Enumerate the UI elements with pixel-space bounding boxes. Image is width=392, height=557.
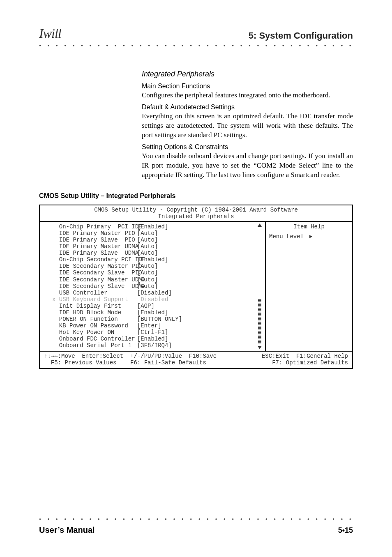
bios-setting-row: IDE HDD Block Mode[Enabled] xyxy=(52,309,263,316)
bios-setting-row: USB Controller[Disabled] xyxy=(52,290,263,296)
bios-scroll-indicator xyxy=(257,223,263,349)
bios-setting-row: Init Display First[AGP] xyxy=(52,303,263,309)
bios-setting-row: Hot Key Power ON[Ctrl-F1] xyxy=(52,329,263,336)
bios-setting-row: IDE Primary Master PIO[Auto] xyxy=(52,230,263,237)
utility-title: CMOS Setup Utility – Integrated Peripher… xyxy=(39,192,353,200)
bios-setting-row: IDE Secondary Master PIO[Auto] xyxy=(52,263,263,269)
section-heading-italic: Integrated Peripherals xyxy=(142,70,353,78)
bios-key-legend: ↑↓→←:Move Enter:Select +/-/PU/PD:Value F… xyxy=(40,351,352,368)
bios-setting-value: [Ctrl-F1] xyxy=(137,329,168,336)
brand-logo: Iwill xyxy=(39,26,61,41)
bios-setting-value: [Enabled] xyxy=(137,256,168,263)
keys-line2-right: F7: Optimized Defaults xyxy=(272,359,348,366)
bios-setting-value: [Auto] xyxy=(137,243,158,250)
bios-setting-value: [Auto] xyxy=(137,230,158,237)
bios-setting-value: [Enabled] xyxy=(137,336,168,342)
bios-setting-label: IDE Secondary Master PIO xyxy=(59,263,137,269)
keys-line2-left: F5: Previous Values F6: Fail-Safe Defaul… xyxy=(44,359,206,366)
bios-setting-label: USB Controller xyxy=(59,290,137,296)
bios-row-prefix xyxy=(52,322,59,329)
bios-setting-row: IDE Secondary Slave PIO[Auto] xyxy=(52,269,263,276)
bios-row-prefix xyxy=(52,329,59,336)
bios-setting-row: KB Power ON Password[Enter] xyxy=(52,322,263,329)
bios-setting-label: IDE Primary Slave PIO xyxy=(59,237,137,243)
bios-row-prefix xyxy=(52,223,59,230)
bios-row-prefix xyxy=(52,303,59,309)
bios-setting-row: Onboard FDC Controller[Enabled] xyxy=(52,336,263,342)
footer-dots: • • • • • • • • • • • • • • • • • • • • … xyxy=(39,516,353,523)
bios-row-prefix xyxy=(52,342,59,349)
bios-row-prefix xyxy=(52,230,59,237)
arrow-right-icon xyxy=(309,235,312,238)
logo-text: Iwill xyxy=(39,26,61,41)
bios-row-prefix xyxy=(52,256,59,263)
bios-setting-label: USB Keyboard Support xyxy=(59,296,137,303)
bios-setting-value: Disabled xyxy=(137,296,168,303)
page-header: Iwill 5: System Configuration xyxy=(39,16,353,41)
bios-row-prefix xyxy=(52,269,59,276)
header-dots: • • • • • • • • • • • • • • • • • • • • … xyxy=(39,43,353,49)
bios-setting-row: POWER ON Function[BUTTON ONLY] xyxy=(52,316,263,322)
bios-setting-value: [Enabled] xyxy=(137,309,168,316)
bios-setting-value: [Auto] xyxy=(137,269,158,276)
bios-setting-row: Onboard Serial Port 1[3F8/IRQ4] xyxy=(52,342,263,349)
subheading-options-constraints: Setting Options & Constraints xyxy=(142,143,353,151)
bios-setting-value: [Auto] xyxy=(137,276,158,283)
bios-setting-label: Onboard FDC Controller xyxy=(59,336,137,342)
bios-subtitle-line: Integrated Peripherals xyxy=(40,213,352,221)
bios-row-prefix: x xyxy=(52,296,59,303)
bios-setting-row: IDE Primary Slave UDMA[Auto] xyxy=(52,250,263,256)
page-footer: • • • • • • • • • • • • • • • • • • • • … xyxy=(39,516,353,535)
bios-setting-value: [Enabled] xyxy=(137,223,168,230)
bios-row-prefix xyxy=(52,237,59,243)
scroll-down-icon xyxy=(258,346,262,349)
bios-setting-label: IDE Primary Master UDMA xyxy=(59,243,137,250)
bios-setting-row: x USB Keyboard Support Disabled xyxy=(52,296,263,303)
bios-settings-list: On-Chip Primary PCI IDE[Enabled] IDE Pri… xyxy=(40,222,266,351)
bios-setting-value: [Disabled] xyxy=(137,290,172,296)
bios-setting-label: KB Power ON Password xyxy=(59,322,137,329)
bios-row-prefix xyxy=(52,336,59,342)
bios-setting-label: Init Display First xyxy=(59,303,137,309)
bios-setting-label: IDE Secondary Slave UDMA xyxy=(59,283,137,290)
bios-setting-label: On-Chip Secondary PCI IDE xyxy=(59,256,137,263)
bios-setting-value: [3F8/IRQ4] xyxy=(137,342,172,349)
bios-row-prefix xyxy=(52,250,59,256)
bios-setting-value: [Auto] xyxy=(137,283,158,290)
bios-row-prefix xyxy=(52,316,59,322)
bios-setting-row: IDE Primary Slave PIO[Auto] xyxy=(52,237,263,243)
bios-row-prefix xyxy=(52,263,59,269)
bios-setting-row: On-Chip Primary PCI IDE[Enabled] xyxy=(52,223,263,230)
section-title: 5: System Configuration xyxy=(249,30,353,41)
bios-setting-row: On-Chip Secondary PCI IDE[Enabled] xyxy=(52,256,263,263)
bios-setting-label: IDE Primary Slave UDMA xyxy=(59,250,137,256)
bios-help-title: Item Help xyxy=(269,223,349,230)
bios-row-prefix xyxy=(52,283,59,290)
bios-row-prefix xyxy=(52,243,59,250)
bios-row-prefix xyxy=(52,290,59,296)
paragraph-default-settings: Everything on this screen is an optimize… xyxy=(142,112,353,140)
bios-setting-label: Hot Key Power ON xyxy=(59,329,137,336)
body-content: Integrated Peripherals Main Section Func… xyxy=(39,70,353,369)
keys-line1-left: ↑↓→←:Move Enter:Select +/-/PU/PD:Value F… xyxy=(44,353,217,359)
bios-setting-row: IDE Primary Master UDMA[Auto] xyxy=(52,243,263,250)
paragraph-options-constraints: You can disable onboard devices and chan… xyxy=(142,152,353,180)
bios-menu-level: Menu Level xyxy=(269,233,349,240)
bios-setting-label: IDE Secondary Master UDMA xyxy=(59,276,137,283)
bios-setting-row: IDE Secondary Master UDMA[Auto] xyxy=(52,276,263,283)
bios-setting-label: IDE Secondary Slave PIO xyxy=(59,269,137,276)
bios-setting-label: IDE Primary Master PIO xyxy=(59,230,137,237)
scroll-track-icon xyxy=(258,299,261,344)
bios-setting-label: On-Chip Primary PCI IDE xyxy=(59,223,137,230)
bios-screenshot: CMOS Setup Utility - Copyright (C) 1984-… xyxy=(39,205,353,369)
bios-help-panel: Item Help Menu Level xyxy=(266,222,352,351)
bios-setting-row: IDE Secondary Slave UDMA[Auto] xyxy=(52,283,263,290)
keys-line1-right: ESC:Exit F1:General Help xyxy=(262,353,348,359)
bios-title-line: CMOS Setup Utility - Copyright (C) 1984-… xyxy=(40,205,352,213)
paragraph-main-functions: Configures the peripheral features integ… xyxy=(142,91,353,100)
scroll-up-icon xyxy=(258,223,262,227)
bios-setting-value: [Enter] xyxy=(137,322,161,329)
bios-row-prefix xyxy=(52,276,59,283)
subheading-default-settings: Default & Autodetected Settings xyxy=(142,104,353,111)
bios-setting-value: [AGP] xyxy=(137,303,154,309)
